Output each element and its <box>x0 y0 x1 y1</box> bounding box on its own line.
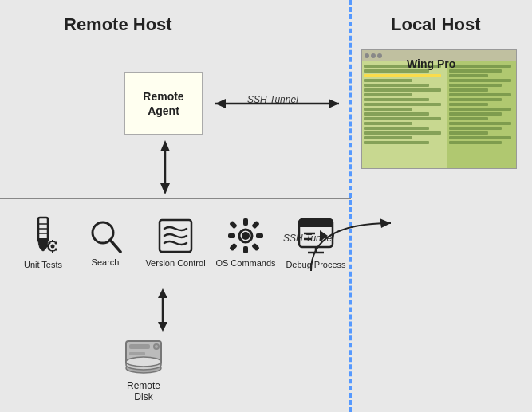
arrow-vertical-agent <box>159 137 171 198</box>
svg-point-36 <box>242 232 250 240</box>
svg-rect-30 <box>228 233 235 238</box>
remote-host-title: Remote Host <box>64 14 172 35</box>
tool-item-os-commands: OS Commands <box>214 218 278 269</box>
test-tube-icon <box>29 216 57 256</box>
arrow-to-disk <box>156 285 169 335</box>
svg-point-15 <box>51 244 55 248</box>
tool-item-debug-process: Debug Process <box>284 216 348 270</box>
svg-marker-2 <box>329 99 339 108</box>
debug-icon <box>296 216 336 256</box>
svg-marker-5 <box>160 183 170 194</box>
svg-rect-39 <box>299 223 333 227</box>
version-control-icon <box>157 218 194 254</box>
disk-icon <box>120 335 167 376</box>
tool-item-unit-tests: Unit Tests <box>11 216 75 270</box>
svg-rect-34 <box>229 221 238 230</box>
svg-rect-49 <box>129 344 150 349</box>
search-label: Search <box>92 257 120 268</box>
svg-rect-52 <box>129 352 145 355</box>
svg-point-51 <box>155 345 158 348</box>
tools-section: Unit Tests Search Version Control <box>8 203 351 283</box>
svg-point-48 <box>126 357 161 367</box>
remote-disk-item: RemoteDisk <box>120 335 167 402</box>
svg-rect-28 <box>243 218 248 226</box>
svg-rect-29 <box>243 246 248 253</box>
tool-item-version-control: Version Control <box>144 218 207 269</box>
unit-tests-label: Unit Tests <box>24 260 62 270</box>
wing-pro-code-panel <box>362 61 447 168</box>
remote-agent-box: RemoteAgent <box>124 72 203 135</box>
local-host-title: Local Host <box>391 14 480 35</box>
version-control-label: Version Control <box>145 258 205 269</box>
svg-marker-8 <box>158 288 167 298</box>
arrow-ssh-top <box>203 96 351 112</box>
svg-rect-35 <box>251 243 260 252</box>
svg-line-25 <box>110 240 120 252</box>
diagram-container: Remote Host Local Host RemoteAgent <box>0 0 532 412</box>
svg-rect-31 <box>256 233 263 238</box>
gear-icon <box>227 218 264 254</box>
svg-marker-4 <box>160 140 170 151</box>
svg-marker-42 <box>320 230 328 241</box>
wing-pro-side-panel <box>447 61 516 168</box>
svg-rect-10 <box>38 218 48 241</box>
svg-rect-32 <box>251 221 260 230</box>
os-commands-label: OS Commands <box>215 258 275 269</box>
wing-pro-content <box>362 61 516 168</box>
h-separator <box>0 198 351 199</box>
remote-disk-label: RemoteDisk <box>127 380 160 402</box>
tool-item-search: Search <box>73 218 137 268</box>
wing-pro-label: Wing Pro <box>407 57 455 70</box>
search-icon <box>89 218 122 253</box>
svg-rect-33 <box>229 243 238 252</box>
svg-marker-6 <box>380 218 391 228</box>
remote-agent-label: RemoteAgent <box>143 89 183 118</box>
debug-process-label: Debug Process <box>286 260 345 270</box>
svg-marker-9 <box>158 322 167 332</box>
svg-marker-1 <box>215 99 226 108</box>
